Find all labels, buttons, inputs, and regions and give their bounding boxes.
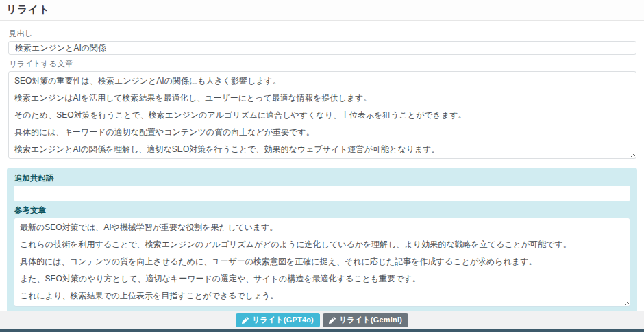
additional-options-panel: 追加共起語 参考文章 最新のSEO対策では、AIや機械学習が重要な役割を果たして…	[7, 168, 637, 314]
page-title: リライト	[6, 3, 637, 16]
rewrite-gemini-label: リライト(Gemini)	[339, 315, 402, 325]
rewrite-gemini-button[interactable]: リライト(Gemini)	[323, 313, 408, 327]
rewrite-textarea[interactable]: SEO対策の重要性は、検索エンジンとAIの関係にも大きく影響します。 検索エンジ…	[8, 71, 636, 159]
rewrite-text-label: リライトする文章	[9, 60, 636, 68]
bottom-edge-bar	[0, 329, 644, 332]
page-header: リライト	[0, 0, 644, 21]
reference-textarea[interactable]: 最新のSEO対策では、AIや機械学習が重要な役割を果たしています。 これらの技術…	[14, 218, 630, 307]
rewrite-gpt4o-label: リライト(GPT4o)	[252, 315, 314, 325]
rewrite-text-field: リライトする文章 SEO対策の重要性は、検索エンジンとAIの関係にも大きく影響し…	[8, 60, 636, 159]
action-bar: リライト(GPT4o) リライト(Gemini)	[0, 311, 644, 329]
pencil-icon	[329, 317, 336, 324]
heading-field: 見出し	[8, 29, 636, 55]
rewrite-gpt4o-button[interactable]: リライト(GPT4o)	[236, 313, 320, 327]
heading-input[interactable]	[8, 41, 636, 55]
pencil-icon	[242, 317, 249, 324]
cooccurrence-input[interactable]	[14, 186, 630, 201]
heading-label: 見出し	[9, 29, 636, 38]
rewrite-form: 見出し リライトする文章 SEO対策の重要性は、検索エンジンとAIの関係にも大き…	[0, 21, 644, 314]
reference-label: 参考文章	[14, 206, 630, 215]
cooccurrence-label: 追加共起語	[14, 174, 630, 183]
